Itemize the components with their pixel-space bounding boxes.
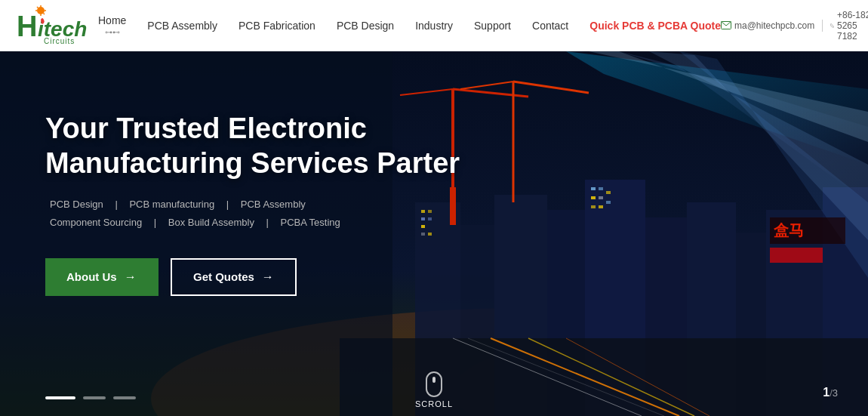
nav-item-pcb-design[interactable]: PCB Design [337,20,394,32]
scroll-icon [426,371,442,397]
svg-rect-44 [591,205,596,208]
slide-counter: 1/3 [823,386,838,399]
scroll-hint: SCROLL [415,371,453,408]
svg-line-6 [37,7,38,8]
main-nav: Home ⊶⊷ PCB Assembly PCB Fabrication PCB… [98,14,721,36]
nav-item-pcb-assembly[interactable]: PCB Assembly [147,20,217,32]
svg-text:盒马: 盒马 [774,222,804,239]
top-right-area: ma@hitechpcb.com +86-182 5265 7182 f in … [721,10,868,42]
phone-icon [830,20,834,31]
nav-item-contact[interactable]: Contact [532,20,568,32]
hero-title: Your Trusted Electronic Manufacturing Se… [45,112,460,180]
svg-rect-42 [599,196,603,199]
nav-item-support[interactable]: Support [474,20,511,32]
slide-indicator-2[interactable] [83,396,106,399]
svg-rect-39 [599,187,603,190]
contact-email[interactable]: ma@hitechpcb.com [721,20,814,31]
svg-rect-59 [770,248,823,263]
svg-rect-41 [591,196,596,199]
contact-phone[interactable]: +86-182 5265 7182 [830,10,868,42]
svg-line-7 [44,14,45,15]
top-bar: H itech Circuits Home ⊶⊷ PCB Assembly PC… [0,0,868,51]
scroll-dot [432,377,436,383]
email-icon [721,21,731,29]
about-us-button[interactable]: About Us → [45,258,159,296]
svg-rect-38 [591,187,596,190]
svg-rect-43 [606,201,611,204]
nav-item-quote[interactable]: Quick PCB & PCBA Quote [589,20,721,32]
hero-content: Your Trusted Electronic Manufacturing Se… [45,112,460,296]
svg-rect-45 [599,205,603,208]
logo[interactable]: H itech Circuits [15,5,98,46]
hero-buttons: About Us → Get Quotes → [45,258,460,296]
hero-subtitle: PCB Design | PCB manufacturing | PCB Ass… [45,196,460,231]
svg-text:H: H [17,11,37,42]
nav-item-pcb-fabrication[interactable]: PCB Fabrication [239,20,315,32]
get-quotes-button[interactable]: Get Quotes → [171,258,297,296]
nav-item-industry[interactable]: Industry [415,20,453,32]
slide-indicators [45,396,136,399]
slide-indicator-3[interactable] [113,396,136,399]
svg-rect-40 [606,191,611,194]
nav-item-home[interactable]: Home ⊶⊷ [98,14,126,36]
hero-section: 盒马 Your Trusted Electronic Manufacturing… [0,51,868,416]
svg-text:Circuits: Circuits [44,37,75,45]
about-arrow-icon: → [125,270,137,284]
slide-indicator-1[interactable] [45,396,75,399]
quotes-arrow-icon: → [262,270,274,284]
